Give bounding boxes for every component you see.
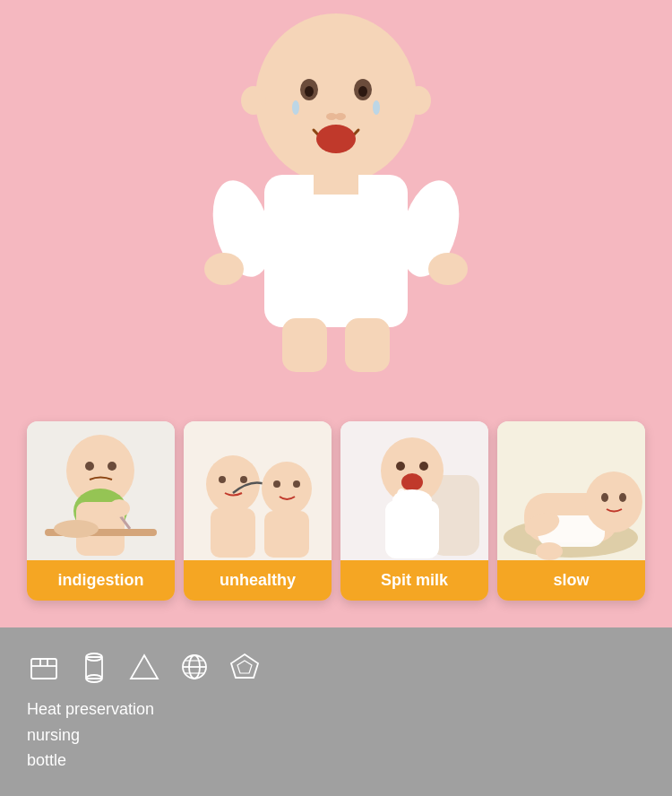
svg-point-54 <box>601 493 608 502</box>
card-unhealthy-image <box>184 421 332 560</box>
svg-point-44 <box>401 473 423 491</box>
svg-point-11 <box>406 86 431 115</box>
svg-marker-65 <box>131 655 158 679</box>
bottom-line3: bottle <box>27 748 645 774</box>
svg-point-42 <box>396 462 405 471</box>
card-indigestion-label: indigestion <box>27 560 175 601</box>
bottom-text: Heat preservation nursing bottle <box>27 696 645 774</box>
icons-row <box>27 650 645 684</box>
card-indigestion-image <box>27 421 175 560</box>
card-slow-label: slow <box>497 560 645 601</box>
svg-point-36 <box>273 480 280 488</box>
card-spit-milk-image <box>340 421 488 560</box>
svg-point-32 <box>219 476 226 483</box>
bottom-line2: nursing <box>27 722 645 748</box>
svg-marker-71 <box>231 654 258 678</box>
card-unhealthy: unhealthy <box>184 421 332 601</box>
svg-rect-12 <box>264 175 408 327</box>
top-section: indigestion <box>0 0 672 627</box>
svg-point-9 <box>335 113 346 120</box>
bottom-section: Heat preservation nursing bottle <box>0 627 672 796</box>
card-spit-milk: Spit milk <box>340 421 488 601</box>
svg-point-29 <box>108 499 130 517</box>
svg-point-5 <box>292 100 299 115</box>
svg-point-0 <box>255 13 417 184</box>
card-unhealthy-label: unhealthy <box>184 560 332 601</box>
svg-point-7 <box>316 125 356 153</box>
svg-point-3 <box>305 86 314 97</box>
card-indigestion: indigestion <box>27 421 175 601</box>
svg-point-53 <box>585 472 642 532</box>
svg-point-23 <box>108 462 116 471</box>
svg-rect-19 <box>345 318 390 372</box>
svg-point-10 <box>241 86 266 115</box>
svg-point-16 <box>204 253 244 285</box>
svg-rect-13 <box>314 172 358 195</box>
svg-point-48 <box>392 489 432 511</box>
svg-marker-72 <box>237 661 252 673</box>
svg-rect-38 <box>264 511 309 558</box>
card-spit-milk-label: Spit milk <box>340 560 488 601</box>
svg-point-55 <box>619 493 626 502</box>
svg-point-4 <box>358 86 367 97</box>
pentagon-icon <box>228 650 262 684</box>
svg-point-43 <box>419 462 428 471</box>
svg-point-57 <box>536 542 563 560</box>
svg-rect-34 <box>211 508 255 558</box>
bottom-line1: Heat preservation <box>27 696 645 722</box>
svg-rect-58 <box>31 659 56 679</box>
svg-point-33 <box>240 476 247 483</box>
svg-rect-18 <box>282 318 327 372</box>
cylinder-icon <box>77 650 111 684</box>
baby-figure <box>157 0 515 376</box>
globe-icon <box>177 650 211 684</box>
triangle-icon <box>127 650 161 684</box>
card-slow: slow <box>497 421 645 601</box>
svg-point-37 <box>293 480 300 488</box>
svg-point-6 <box>373 100 380 115</box>
svg-point-22 <box>85 462 94 471</box>
card-slow-image <box>497 421 645 560</box>
svg-point-35 <box>262 462 312 515</box>
svg-point-27 <box>54 520 99 538</box>
cards-row: indigestion <box>0 421 672 601</box>
box-icon <box>27 650 61 684</box>
svg-point-17 <box>428 253 468 285</box>
